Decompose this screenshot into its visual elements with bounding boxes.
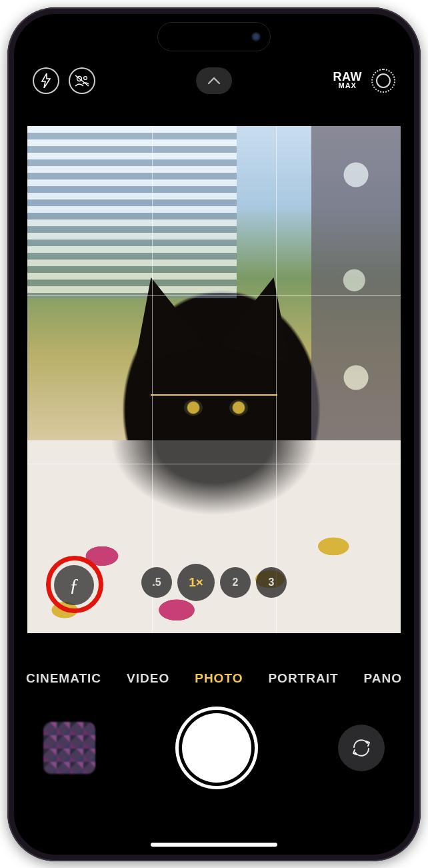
- mode-photo[interactable]: PHOTO: [195, 671, 243, 686]
- level-indicator: [151, 394, 277, 396]
- mode-portrait[interactable]: PORTRAIT: [268, 671, 338, 686]
- mode-pano[interactable]: PANO: [364, 671, 402, 686]
- zoom-3x-button[interactable]: 3: [256, 567, 287, 598]
- mode-cinematic[interactable]: CINEMATIC: [26, 671, 101, 686]
- last-photo-thumbnail[interactable]: [43, 722, 95, 774]
- aperture-depth-button[interactable]: ƒ: [54, 565, 94, 605]
- camera-viewfinder[interactable]: ƒ .5 1× 2 3: [27, 126, 401, 633]
- camera-mode-selector[interactable]: CINEMATIC VIDEO PHOTO PORTRAIT PANO: [14, 663, 414, 695]
- chevron-up-icon: [207, 77, 221, 85]
- iphone-frame: RAW MAX ƒ .5: [7, 7, 421, 861]
- f-stop-icon: ƒ: [69, 574, 79, 596]
- camera-flip-icon: [350, 737, 373, 759]
- camera-controls-expand-button[interactable]: [196, 67, 232, 94]
- zoom-1x-button[interactable]: 1×: [177, 564, 215, 601]
- dynamic-island: [157, 22, 271, 51]
- shared-library-off-icon: [74, 74, 90, 87]
- flash-toggle-button[interactable]: [33, 67, 59, 94]
- screen: RAW MAX ƒ .5: [14, 14, 414, 855]
- zoom-0.5x-button[interactable]: .5: [141, 567, 172, 598]
- svg-point-1: [84, 76, 87, 79]
- zoom-2x-button[interactable]: 2: [220, 567, 251, 598]
- flash-off-icon: [40, 73, 52, 88]
- bottom-controls: [14, 698, 414, 798]
- home-indicator[interactable]: [151, 843, 277, 847]
- shared-library-toggle-button[interactable]: [69, 67, 95, 94]
- zoom-selector: .5 1× 2 3: [141, 567, 287, 601]
- top-controls-bar: RAW MAX: [14, 61, 414, 101]
- raw-toggle-button[interactable]: RAW MAX: [333, 71, 363, 89]
- live-photo-toggle-button[interactable]: [371, 69, 395, 93]
- mode-video[interactable]: VIDEO: [127, 671, 169, 686]
- shutter-button[interactable]: [182, 713, 251, 783]
- scene-window-blinds: [27, 126, 237, 298]
- switch-camera-button[interactable]: [338, 725, 385, 771]
